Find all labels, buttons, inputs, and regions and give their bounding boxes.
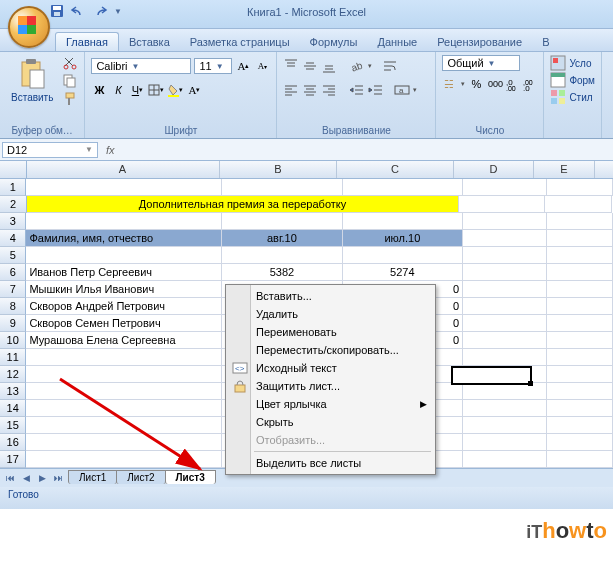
tab-data[interactable]: Данные xyxy=(367,33,427,51)
percent-icon[interactable]: % xyxy=(468,76,484,92)
svg-text:<>: <> xyxy=(235,364,245,373)
header-jul[interactable]: июл.10 xyxy=(343,230,463,247)
decrease-indent-icon[interactable] xyxy=(349,82,365,98)
bold-icon[interactable]: Ж xyxy=(91,82,107,98)
select-all-corner[interactable] xyxy=(0,161,27,179)
increase-indent-icon[interactable] xyxy=(368,82,384,98)
align-center-icon[interactable] xyxy=(302,82,318,98)
align-left-icon[interactable] xyxy=(283,82,299,98)
svg-text:,00: ,00 xyxy=(506,85,516,91)
col-header-c: C xyxy=(337,161,454,178)
data-cell[interactable]: Мурашова Елена Сергеевна xyxy=(26,332,222,349)
ctx-view-code[interactable]: <>Исходный текст xyxy=(228,359,433,377)
data-cell[interactable]: Иванов Петр Сергеевич xyxy=(26,264,222,281)
tab-review[interactable]: Рецензирование xyxy=(427,33,532,51)
sheet-nav-prev-icon[interactable]: ◀ xyxy=(18,473,34,483)
format-table-icon[interactable] xyxy=(550,72,566,88)
group-font: Calibri▼ 11▼ A▴ A▾ Ж К Ч▾ ▾ ▾ A▾ Шрифт xyxy=(85,52,277,138)
row-header: 12 xyxy=(0,366,26,383)
cut-icon[interactable] xyxy=(62,55,78,71)
ctx-protect-sheet[interactable]: Защитить лист... xyxy=(228,377,433,395)
underline-icon[interactable]: Ч▾ xyxy=(129,82,145,98)
grow-font-icon[interactable]: A▴ xyxy=(235,58,251,74)
header-name[interactable]: Фамилия, имя, отчество xyxy=(26,230,222,247)
copy-icon[interactable] xyxy=(62,73,78,89)
borders-icon[interactable]: ▾ xyxy=(148,82,164,98)
sheet-tab-1[interactable]: Лист1 xyxy=(68,470,117,484)
paste-button[interactable]: Вставить xyxy=(6,55,58,125)
tab-formulas[interactable]: Формулы xyxy=(300,33,368,51)
cell-styles-icon[interactable] xyxy=(550,89,566,105)
merge-icon[interactable]: a xyxy=(394,82,410,98)
sheet-nav-first-icon[interactable]: ⏮ xyxy=(2,473,18,483)
tab-insert[interactable]: Вставка xyxy=(119,33,180,51)
svg-text:fx: fx xyxy=(106,144,115,156)
data-cell[interactable]: Мышкин Илья Иванович xyxy=(26,281,222,298)
ctx-hide[interactable]: Скрыть xyxy=(228,413,433,431)
group-number-title: Число xyxy=(442,125,537,136)
grid-body[interactable]: 1 2Дополнительная премия за переработку … xyxy=(0,179,613,468)
undo-icon[interactable] xyxy=(70,4,86,18)
ctx-delete[interactable]: Удалить xyxy=(228,305,433,323)
orientation-icon[interactable]: ab xyxy=(349,58,365,74)
tab-view[interactable]: В xyxy=(532,33,559,51)
group-styles: Усло Форм Стил xyxy=(544,52,602,138)
sheet-context-menu: Вставить... Удалить Переименовать Переме… xyxy=(225,284,436,475)
office-button[interactable] xyxy=(8,6,50,48)
tab-home[interactable]: Главная xyxy=(55,32,119,51)
format-painter-icon[interactable] xyxy=(62,91,78,107)
fx-icon[interactable]: fx xyxy=(106,143,122,157)
wrap-text-icon[interactable] xyxy=(382,58,398,74)
ctx-rename[interactable]: Переименовать xyxy=(228,323,433,341)
ctx-tab-color[interactable]: Цвет ярлычка▶ xyxy=(228,395,433,413)
data-cell[interactable]: 5382 xyxy=(222,264,342,281)
accounting-icon[interactable]: ☵ xyxy=(442,76,458,92)
align-top-icon[interactable] xyxy=(283,58,299,74)
qat-dropdown-icon[interactable]: ▼ xyxy=(114,7,122,16)
svg-rect-10 xyxy=(66,93,74,98)
header-aug[interactable]: авг.10 xyxy=(222,230,342,247)
align-bottom-icon[interactable] xyxy=(321,58,337,74)
font-name-combo[interactable]: Calibri▼ xyxy=(91,58,191,74)
fill-color-icon[interactable]: ▾ xyxy=(167,82,183,98)
align-middle-icon[interactable] xyxy=(302,58,318,74)
cell-merged-title[interactable]: Дополнительная премия за переработку xyxy=(27,196,459,213)
decrease-decimal-icon[interactable]: ,00,0 xyxy=(523,77,537,91)
status-text: Готово xyxy=(8,489,39,500)
ctx-move-copy[interactable]: Переместить/скопировать... xyxy=(228,341,433,359)
sheet-nav-last-icon[interactable]: ⏭ xyxy=(50,473,66,483)
row-header: 16 xyxy=(0,434,26,451)
sheet-tab-2[interactable]: Лист2 xyxy=(116,470,165,484)
redo-icon[interactable] xyxy=(92,4,108,18)
paste-icon xyxy=(18,58,46,90)
formula-bar: D12▼ fx xyxy=(0,139,613,161)
tab-page-layout[interactable]: Разметка страницы xyxy=(180,33,300,51)
ctx-insert[interactable]: Вставить... xyxy=(228,287,433,305)
row-header: 15 xyxy=(0,417,26,434)
font-color-icon[interactable]: A▾ xyxy=(186,82,202,98)
align-right-icon[interactable] xyxy=(321,82,337,98)
font-size-combo[interactable]: 11▼ xyxy=(194,58,232,74)
group-clipboard: Вставить Буфер обм… xyxy=(0,52,85,138)
column-headers[interactable]: A B C D E xyxy=(26,161,613,179)
name-box[interactable]: D12▼ xyxy=(2,142,98,158)
spreadsheet-grid: A B C D E 1 2Дополнительная премия за пе… xyxy=(0,161,613,468)
number-format-combo[interactable]: Общий▼ xyxy=(442,55,520,71)
increase-decimal-icon[interactable]: ,0,00 xyxy=(506,77,520,91)
sheet-tab-3[interactable]: Лист3 xyxy=(165,470,216,484)
italic-icon[interactable]: К xyxy=(110,82,126,98)
shrink-font-icon[interactable]: A▾ xyxy=(254,58,270,74)
svg-rect-2 xyxy=(54,12,60,16)
data-cell[interactable]: Скворов Семен Петрович xyxy=(26,315,222,332)
data-cell[interactable]: Скворов Андрей Петрович xyxy=(26,298,222,315)
data-cell[interactable]: 5274 xyxy=(343,264,463,281)
sheet-nav-next-icon[interactable]: ▶ xyxy=(34,473,50,483)
comma-icon[interactable]: 000 xyxy=(487,76,503,92)
svg-text:☵: ☵ xyxy=(444,78,454,90)
svg-rect-4 xyxy=(26,59,36,64)
conditional-format-icon[interactable] xyxy=(550,55,566,71)
svg-rect-5 xyxy=(30,70,44,88)
row-header: 8 xyxy=(0,298,26,315)
ctx-select-all-sheets[interactable]: Выделить все листы xyxy=(228,454,433,472)
save-icon[interactable] xyxy=(50,4,64,18)
